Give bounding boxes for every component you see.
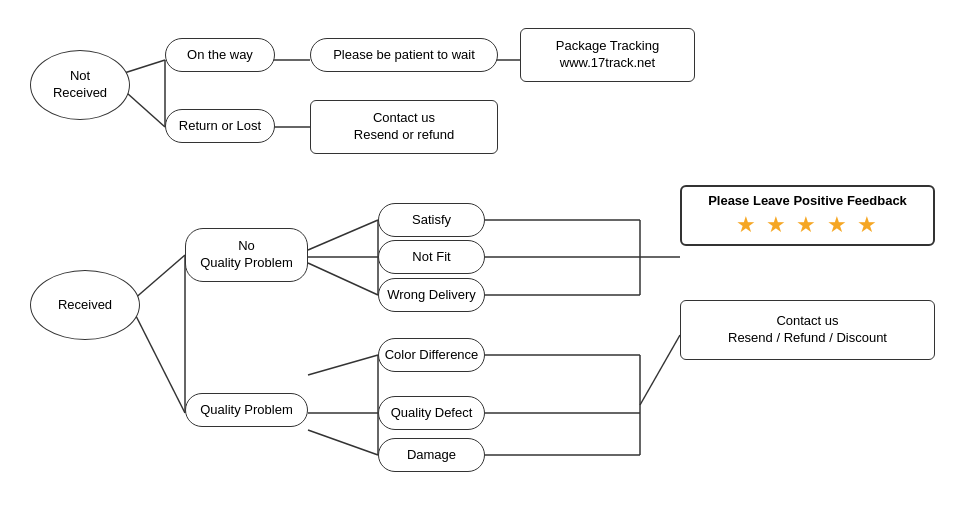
quality-problem-node: Quality Problem bbox=[185, 393, 308, 427]
on-the-way-node: On the way bbox=[165, 38, 275, 72]
svg-line-18 bbox=[308, 355, 378, 375]
received-node: Received bbox=[30, 270, 140, 340]
contact-resend-refund-node: Contact us Resend or refund bbox=[310, 100, 498, 154]
not-fit-label: Not Fit bbox=[412, 249, 450, 266]
svg-line-20 bbox=[308, 430, 378, 455]
quality-defect-node: Quality Defect bbox=[378, 396, 485, 430]
package-tracking-node: Package Tracking www.17track.net bbox=[520, 28, 695, 82]
quality-problem-label: Quality Problem bbox=[200, 402, 292, 419]
no-quality-problem-label: No Quality Problem bbox=[200, 238, 292, 272]
not-fit-node: Not Fit bbox=[378, 240, 485, 274]
svg-line-6 bbox=[133, 255, 185, 300]
quality-defect-label: Quality Defect bbox=[391, 405, 473, 422]
svg-line-9 bbox=[308, 220, 378, 250]
satisfy-node: Satisfy bbox=[378, 203, 485, 237]
satisfy-label: Satisfy bbox=[412, 212, 451, 229]
received-label: Received bbox=[58, 297, 112, 314]
svg-line-26 bbox=[640, 335, 680, 405]
contact-resend-refund-discount-label: Contact us Resend / Refund / Discount bbox=[728, 313, 887, 347]
please-wait-label: Please be patient to wait bbox=[333, 47, 475, 64]
feedback-box: Please Leave Positive Feedback ★ ★ ★ ★ ★ bbox=[680, 185, 935, 246]
not-received-node: Not Received bbox=[30, 50, 130, 120]
no-quality-problem-node: No Quality Problem bbox=[185, 228, 308, 282]
stars-display: ★ ★ ★ ★ ★ bbox=[692, 212, 923, 238]
on-the-way-label: On the way bbox=[187, 47, 253, 64]
contact-resend-refund-discount-node: Contact us Resend / Refund / Discount bbox=[680, 300, 935, 360]
damage-node: Damage bbox=[378, 438, 485, 472]
wrong-delivery-node: Wrong Delivery bbox=[378, 278, 485, 312]
return-lost-node: Return or Lost bbox=[165, 109, 275, 143]
diagram: Not Received On the way Please be patien… bbox=[0, 0, 960, 513]
contact-resend-refund-label: Contact us Resend or refund bbox=[354, 110, 454, 144]
feedback-title: Please Leave Positive Feedback bbox=[692, 193, 923, 208]
return-lost-label: Return or Lost bbox=[179, 118, 261, 135]
package-tracking-label: Package Tracking www.17track.net bbox=[556, 38, 659, 72]
wrong-delivery-label: Wrong Delivery bbox=[387, 287, 476, 304]
svg-line-7 bbox=[133, 310, 185, 413]
color-difference-label: Color Difference bbox=[385, 347, 479, 364]
svg-line-11 bbox=[308, 263, 378, 295]
please-wait-node: Please be patient to wait bbox=[310, 38, 498, 72]
not-received-label: Not Received bbox=[53, 68, 107, 102]
damage-label: Damage bbox=[407, 447, 456, 464]
color-difference-node: Color Difference bbox=[378, 338, 485, 372]
